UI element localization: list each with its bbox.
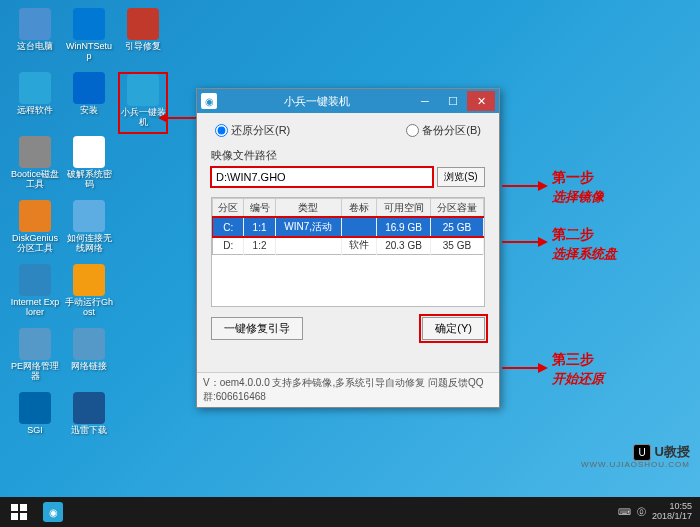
desktop-icon-7[interactable]: 破解系统密码 (64, 136, 114, 198)
backup-radio[interactable]: 备份分区(B) (406, 123, 481, 138)
watermark-badge: U (633, 444, 650, 461)
desktop-icon-10[interactable]: 如何连接无线网络 (64, 200, 114, 262)
cell: 16.9 GB (377, 218, 431, 237)
repair-boot-button[interactable]: 一键修复引导 (211, 317, 303, 340)
arrow-step3 (502, 358, 548, 378)
desktop-icon-4[interactable]: 安装 (64, 72, 114, 134)
restore-radio[interactable]: 还原分区(R) (215, 123, 290, 138)
svg-marker-3 (538, 181, 548, 191)
desktop-icon-16[interactable]: 网络链接 (64, 328, 114, 390)
watermark-url: WWW.UJIAOSHOU.COM (581, 460, 690, 469)
backup-radio-input[interactable] (406, 124, 419, 137)
app-icon (73, 136, 105, 168)
close-button[interactable]: ✕ (467, 91, 495, 111)
icon-label: PE网络管理器 (10, 362, 60, 382)
partition-table[interactable]: 分区编号类型卷标可用空间分区容量 C:1:1WIN7,活动16.9 GB25 G… (212, 198, 484, 255)
cell: C: (213, 218, 244, 237)
version-info: V：oem4.0.0.0 支持多种镜像,多系统引导自动修复 问题反馈QQ群:60… (197, 372, 499, 407)
app-icon (73, 8, 105, 40)
col-header[interactable]: 类型 (275, 199, 341, 218)
desktop-icon-3[interactable]: 远程软件 (10, 72, 60, 134)
col-header[interactable]: 分区 (213, 199, 244, 218)
system-tray[interactable]: ⌨ ⓪ 10:55 2018/1/17 (618, 502, 700, 522)
cell: 1:1 (244, 218, 275, 237)
icon-label: 引导修复 (125, 42, 161, 52)
tray-keyboard-icon[interactable]: ⌨ (618, 507, 631, 517)
desktop-background: 这台电脑WinNTSetup引导修复远程软件安装小兵一键装机Bootice磁盘工… (0, 0, 700, 497)
confirm-button[interactable]: 确定(Y) (422, 317, 485, 340)
dialog-title: 小兵一键装机 (223, 94, 411, 109)
step2-title: 第二步 (552, 225, 617, 245)
desktop-icon-2[interactable]: 引导修复 (118, 8, 168, 70)
svg-marker-7 (538, 363, 548, 373)
col-header[interactable]: 卷标 (341, 199, 377, 218)
installer-dialog: ◉ 小兵一键装机 ─ ☐ ✕ 还原分区(R) 备份分区(B) 映像文件路径 浏览… (196, 88, 500, 408)
browse-button[interactable]: 浏览(S) (437, 167, 485, 187)
desktop-icon-0[interactable]: 这台电脑 (10, 8, 60, 70)
path-row: 浏览(S) (211, 167, 485, 187)
minimize-button[interactable]: ─ (411, 91, 439, 111)
icon-label: 迅雷下载 (71, 426, 107, 436)
col-header[interactable]: 可用空间 (377, 199, 431, 218)
dialog-app-icon: ◉ (201, 93, 217, 109)
arrow-step2 (502, 232, 548, 252)
app-icon (19, 8, 51, 40)
tray-0-icon[interactable]: ⓪ (637, 506, 646, 519)
app-icon (127, 8, 159, 40)
cell: 25 GB (430, 218, 483, 237)
cell: WIN7,活动 (275, 218, 341, 237)
col-header[interactable]: 分区容量 (430, 199, 483, 218)
table-row[interactable]: D:1:2软件20.3 GB35 GB (213, 236, 484, 255)
desktop-icon-18[interactable]: SGI (10, 392, 60, 454)
desktop-icons-grid: 这台电脑WinNTSetup引导修复远程软件安装小兵一键装机Bootice磁盘工… (10, 8, 168, 454)
cell (275, 236, 341, 255)
annotation-step2: 第二步 选择系统盘 (552, 225, 617, 263)
arrow-step1 (502, 176, 548, 196)
app-icon (127, 74, 159, 106)
icon-label: 安装 (80, 106, 98, 116)
icon-label: 手动运行Ghost (64, 298, 114, 318)
watermark: U U教授 (633, 443, 690, 461)
taskbar-clock[interactable]: 10:55 2018/1/17 (652, 502, 692, 522)
app-icon (19, 200, 51, 232)
desktop-icon-13[interactable]: 手动运行Ghost (64, 264, 114, 326)
app-icon (19, 136, 51, 168)
desktop-icon-19[interactable]: 迅雷下载 (64, 392, 114, 454)
desktop-icon-9[interactable]: DiskGenius分区工具 (10, 200, 60, 262)
taskbar-app-icon[interactable]: ◉ (38, 497, 68, 527)
table-body: C:1:1WIN7,活动16.9 GB25 GBD:1:2软件20.3 GB35… (213, 218, 484, 255)
desktop-icon-15[interactable]: PE网络管理器 (10, 328, 60, 390)
app-icon (73, 264, 105, 296)
table-row[interactable]: C:1:1WIN7,活动16.9 GB25 GB (213, 218, 484, 237)
cell: 1:2 (244, 236, 275, 255)
button-row: 一键修复引导 确定(Y) (211, 317, 485, 340)
svg-rect-9 (20, 504, 27, 511)
desktop-icon-6[interactable]: Bootice磁盘工具 (10, 136, 60, 198)
icon-label: 破解系统密码 (64, 170, 114, 190)
icon-label: 这台电脑 (17, 42, 53, 52)
app-icon (19, 328, 51, 360)
icon-label: DiskGenius分区工具 (10, 234, 60, 254)
path-field-label: 映像文件路径 (211, 148, 485, 163)
app-icon (19, 392, 51, 424)
start-button[interactable] (0, 497, 38, 527)
desktop-icon-12[interactable]: Internet Explorer (10, 264, 60, 326)
dialog-titlebar[interactable]: ◉ 小兵一键装机 ─ ☐ ✕ (197, 89, 499, 113)
maximize-button[interactable]: ☐ (439, 91, 467, 111)
annotation-step1: 第一步 选择镜像 (552, 168, 604, 206)
app-icon (19, 72, 51, 104)
cell: 35 GB (430, 236, 483, 255)
desktop-icon-1[interactable]: WinNTSetup (64, 8, 114, 70)
col-header[interactable]: 编号 (244, 199, 275, 218)
step2-desc: 选择系统盘 (552, 245, 617, 263)
table-header-row: 分区编号类型卷标可用空间分区容量 (213, 199, 484, 218)
icon-label: 远程软件 (17, 106, 53, 116)
clock-date: 2018/1/17 (652, 512, 692, 522)
restore-radio-input[interactable] (215, 124, 228, 137)
svg-rect-8 (11, 504, 18, 511)
icon-label: 网络链接 (71, 362, 107, 372)
cell: 20.3 GB (377, 236, 431, 255)
backup-radio-label: 备份分区(B) (422, 123, 481, 138)
restore-radio-label: 还原分区(R) (231, 123, 290, 138)
image-path-input[interactable] (211, 167, 433, 187)
